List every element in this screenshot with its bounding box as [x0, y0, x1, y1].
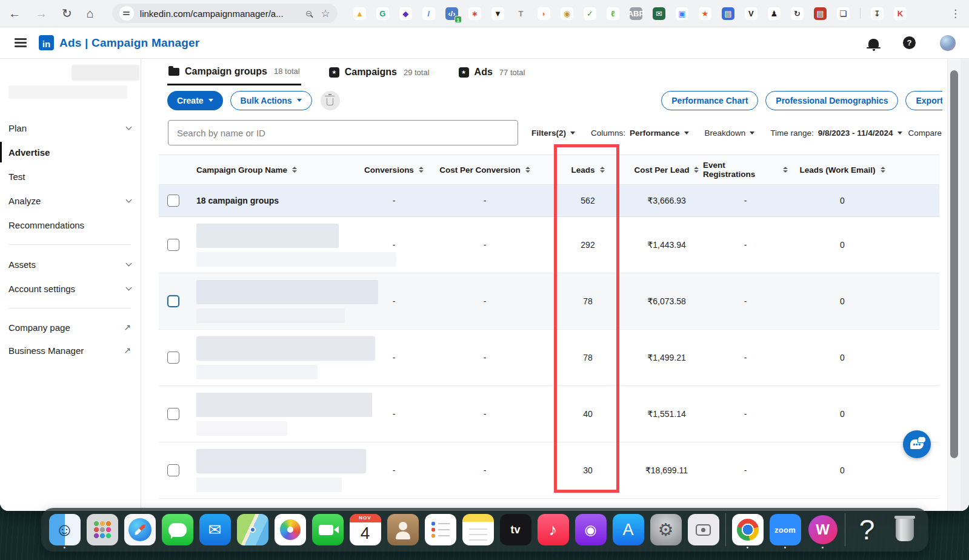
time-range-dropdown[interactable]: Time range: 9/8/2023 - 11/4/2024: [770, 128, 902, 138]
extension-icon-blue-card[interactable]: ▤: [722, 7, 734, 20]
extension-icon-pinwheel[interactable]: ∗: [468, 7, 481, 20]
sidebar-item-assets[interactable]: Assets: [0, 252, 141, 276]
dock-icon-photos[interactable]: [275, 514, 306, 545]
summary-row[interactable]: 18 campaign groups - - 562 ₹3,666.93 - 0: [159, 185, 939, 217]
dock-icon-launchpad[interactable]: [87, 514, 118, 545]
avatar[interactable]: [940, 35, 956, 51]
table-row[interactable]: - - 30 ₹18,699.11 - 0: [159, 442, 939, 499]
sort-icon[interactable]: [783, 167, 788, 173]
sidebar-item-advertise[interactable]: Advertise: [0, 140, 141, 164]
extension-icon-check[interactable]: ✓: [584, 7, 596, 20]
column-header[interactable]: Cost Per Lead: [630, 165, 703, 175]
sidebar-item-plan[interactable]: Plan: [0, 116, 141, 140]
column-header[interactable]: Cost Per Conversion: [424, 165, 545, 175]
linkedin-logo[interactable]: in: [39, 35, 54, 50]
sidebar-link-business-manager[interactable]: Business Manager↗: [0, 339, 141, 362]
extension-icon-v[interactable]: V: [745, 7, 758, 20]
table-row[interactable]: - - 292 ₹1,443.94 - 0: [159, 217, 939, 273]
dock-icon-maps[interactable]: [237, 514, 268, 545]
delete-button[interactable]: [321, 91, 340, 110]
table-row[interactable]: - - 78 ₹1,499.21 - 0: [159, 330, 939, 386]
sort-icon[interactable]: [881, 167, 885, 173]
bulk-actions-button[interactable]: Bulk Actions: [230, 91, 312, 110]
dock-icon-notes[interactable]: [462, 514, 494, 545]
sidebar-item-recommendations[interactable]: Recommendations: [0, 213, 141, 237]
row-checkbox[interactable]: [167, 295, 179, 307]
dock-icon-finder[interactable]: ☺ •: [49, 514, 81, 545]
sidebar-item-account-settings[interactable]: Account settings: [0, 276, 141, 301]
dock-icon-messages[interactable]: [162, 514, 193, 545]
dock-icon-screenshot[interactable]: [688, 514, 719, 545]
performance-chart-button[interactable]: Performance Chart: [661, 91, 758, 110]
dock-divider[interactable]: [725, 513, 726, 546]
dock-icon-chrome[interactable]: •: [732, 514, 764, 545]
row-checkbox[interactable]: [167, 239, 179, 251]
dock-icon-podcasts[interactable]: ◉: [575, 514, 607, 545]
breakdown-dropdown[interactable]: Breakdown: [705, 128, 755, 138]
sort-icon[interactable]: [419, 167, 424, 173]
extension-icon-circle[interactable]: ◉: [561, 7, 573, 20]
columns-dropdown[interactable]: Columns: Performance: [591, 128, 689, 138]
column-header[interactable]: Campaign Group Name: [188, 165, 364, 175]
help-icon[interactable]: ?: [903, 36, 916, 49]
browser-menu-icon[interactable]: ⋮: [950, 7, 961, 20]
notifications-bell-icon[interactable]: [868, 39, 879, 47]
extension-icon-doc[interactable]: ▣: [676, 7, 688, 20]
back-icon[interactable]: ←: [8, 7, 21, 19]
extension-icon-leaf[interactable]: ℓ: [607, 7, 619, 20]
sidebar-item-analyze[interactable]: Analyze: [0, 188, 141, 213]
extension-icon-clipboard[interactable]: ❏: [837, 7, 850, 20]
dock-icon-contacts[interactable]: [387, 514, 419, 545]
zoom-search-icon[interactable]: [306, 11, 311, 16]
extension-icon-code[interactable]: ‹/›1: [445, 7, 458, 20]
extension-icon-kp[interactable]: K: [894, 7, 907, 20]
sort-icon[interactable]: [600, 167, 605, 173]
extension-icon-download[interactable]: ↧: [871, 7, 884, 20]
sort-icon[interactable]: [292, 167, 297, 173]
dock-icon-trash[interactable]: [889, 514, 921, 545]
dock-icon-wps[interactable]: W •: [807, 514, 839, 545]
row-checkbox[interactable]: [167, 408, 179, 420]
dock-icon-safari[interactable]: [124, 514, 156, 545]
column-header[interactable]: Leads (Work Email): [788, 165, 897, 175]
extension-icon-grammarly[interactable]: G: [376, 7, 389, 20]
forward-icon[interactable]: →: [35, 7, 47, 19]
dock-icon-settings[interactable]: ⚙: [650, 514, 682, 545]
column-header[interactable]: Leads: [545, 165, 630, 175]
extension-icon-cone[interactable]: ▲: [353, 7, 366, 20]
filters-dropdown[interactable]: Filters(2): [531, 128, 575, 138]
home-icon[interactable]: ⌂: [87, 7, 94, 19]
extension-icon-diamond[interactable]: ◆: [399, 7, 412, 20]
extension-icon-flame[interactable]: ◗: [538, 7, 550, 20]
extension-icon-loop[interactable]: ↻: [791, 7, 804, 20]
table-row[interactable]: - - 78 ₹6,073.58 - 0: [159, 273, 939, 330]
extension-icon-red-book[interactable]: ▤: [814, 7, 827, 20]
dock-icon-music[interactable]: ♪: [538, 514, 569, 545]
sidebar-link-company-page[interactable]: Company page↗: [0, 316, 141, 339]
column-header[interactable]: Conversions: [364, 165, 424, 175]
tab-ads[interactable]: ★ Ads 77 total: [458, 59, 527, 85]
dock-icon-appletv[interactable]: tv: [500, 514, 531, 545]
site-settings-icon[interactable]: [119, 6, 134, 21]
tab-campaign-groups[interactable]: Campaign groups 18 total: [167, 59, 301, 85]
dock-icon-missing-app[interactable]: ?: [851, 514, 883, 545]
bookmark-star-icon[interactable]: ☆: [321, 7, 330, 20]
extension-icon-slash[interactable]: /: [422, 7, 435, 20]
dock-divider[interactable]: [845, 513, 845, 546]
extension-icon-stack[interactable]: ▼: [491, 7, 504, 20]
extension-icon-bulk-send[interactable]: ✉: [653, 7, 665, 20]
url-bar[interactable]: linkedin.com/campaignmanager/a... ☆: [112, 4, 338, 23]
extension-icon-star[interactable]: ★: [699, 7, 711, 20]
column-header[interactable]: Event Registrations: [703, 161, 788, 179]
sort-icon[interactable]: [525, 167, 530, 173]
chat-button[interactable]: •••: [903, 430, 931, 458]
dock-icon-calendar[interactable]: NOV 4: [350, 514, 381, 545]
dock-icon-reminders[interactable]: [425, 514, 456, 545]
dock-icon-zoom[interactable]: zoom •: [770, 514, 801, 545]
create-button[interactable]: Create: [167, 91, 223, 110]
row-checkbox[interactable]: [167, 464, 179, 476]
hamburger-menu-icon[interactable]: [15, 42, 27, 43]
dock-icon-appstore[interactable]: A: [613, 514, 644, 545]
tab-campaigns[interactable]: ★ Campaigns 29 total: [328, 59, 431, 85]
select-all-checkbox[interactable]: [167, 195, 179, 207]
